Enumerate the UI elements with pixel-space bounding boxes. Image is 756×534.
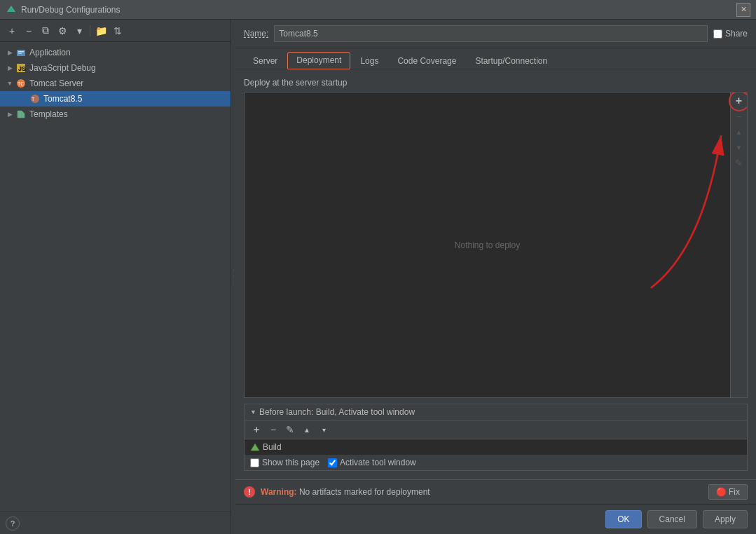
before-launch-edit-button[interactable]: ✎ — [282, 422, 298, 437]
settings-button[interactable]: ⚙ — [55, 23, 70, 39]
name-row: Name: Share — [235, 20, 756, 48]
arrow-icon: ▶ — [6, 48, 14, 57]
svg-rect-3 — [18, 51, 24, 53]
sort-button[interactable]: ⇅ — [110, 23, 125, 39]
show-page-checkbox[interactable] — [250, 458, 259, 467]
add-artifact-button[interactable]: + — [732, 94, 746, 108]
warning-prefix: Warning: — [261, 487, 297, 497]
tab-logs[interactable]: Logs — [351, 53, 387, 69]
before-launch-down-button[interactable]: ▾ — [316, 422, 331, 437]
templates-label: Templates — [29, 109, 68, 119]
tree-item-application[interactable]: ▶ Application — [0, 45, 231, 60]
warning-bar: ! Warning: No artifacts marked for deplo… — [235, 479, 756, 504]
before-launch-toolbar: + − ✎ ▲ ▾ — [245, 420, 747, 439]
tomcat-server-label: Tomcat Server — [29, 78, 83, 88]
before-launch-arrow-icon: ▼ — [250, 409, 256, 416]
before-launch-add-button[interactable]: + — [249, 422, 264, 437]
folder-button[interactable]: 📁 — [93, 23, 109, 39]
tree-item-tomcat-server[interactable]: ▼ TC Tomcat Server — [0, 76, 231, 91]
activate-tool-label: Activate tool window — [340, 458, 416, 467]
show-page-container: Show this page — [250, 458, 319, 467]
help-button[interactable]: ? — [6, 516, 20, 530]
before-launch-header[interactable]: ▼ Before launch: Build, Activate tool wi… — [245, 404, 747, 420]
arrow-icon: ▶ — [6, 64, 14, 72]
tomcat85-icon: T — [29, 93, 41, 104]
ok-button[interactable]: OK — [605, 510, 641, 528]
arrow-icon: ▶ — [6, 110, 14, 118]
empty-label: Nothing to deploy — [455, 240, 520, 250]
warning-icon: ! — [244, 486, 255, 498]
svg-text:JS: JS — [18, 65, 26, 72]
dialog-title: Run/Debug Configurations — [21, 5, 736, 15]
dropdown-arrow-button[interactable]: ▾ — [71, 23, 87, 39]
activate-tool-checkbox[interactable] — [328, 458, 337, 467]
add-config-button[interactable]: + — [4, 23, 20, 39]
name-label: Name: — [244, 29, 268, 39]
left-bottom-bar: ? — [0, 512, 231, 534]
js-debug-label: JavaScript Debug — [29, 63, 96, 73]
templates-icon — [15, 109, 27, 120]
tomcat85-label: Tomcat8.5 — [43, 94, 82, 104]
share-checkbox[interactable] — [713, 29, 722, 39]
tree-item-tomcat85[interactable]: T Tomcat8.5 — [0, 91, 231, 107]
deploy-label: Deploy at the server startup — [244, 78, 748, 88]
tomcat-icon: TC — [15, 78, 27, 89]
before-launch-up-button[interactable]: ▲ — [299, 422, 315, 437]
show-page-label: Show this page — [262, 458, 319, 467]
js-debug-icon: JS — [15, 62, 27, 74]
before-launch-items: Build — [245, 439, 747, 455]
tab-server[interactable]: Server — [244, 53, 287, 69]
build-icon — [250, 443, 260, 451]
tree-item-templates[interactable]: ▶ Templates — [0, 107, 231, 122]
tree-item-js-debug[interactable]: ▶ JS JavaScript Debug — [0, 60, 231, 76]
main-layout: + − ⧉ ⚙ ▾ 📁 ⇅ ▶ Application — [0, 20, 756, 534]
tab-deployment[interactable]: Deployment — [287, 52, 350, 69]
close-button[interactable]: ✕ — [736, 3, 750, 17]
toolbar-separator — [90, 25, 90, 36]
right-panel: Name: Share Server Deployment Logs Code … — [235, 20, 756, 534]
tab-startup-connection[interactable]: Startup/Connection — [466, 53, 556, 69]
share-label: Share — [725, 29, 748, 39]
fix-button[interactable]: 🔴 Fix — [708, 484, 748, 500]
activate-tool-container: Activate tool window — [328, 458, 416, 467]
no-arrow-icon — [20, 95, 28, 103]
move-up-button[interactable]: ▲ — [732, 125, 746, 139]
deploy-box: Nothing to deploy + − ▲ ▼ ✎ — [244, 92, 748, 398]
deploy-section: Deploy at the server startup Nothing to … — [244, 78, 748, 398]
remove-artifact-button[interactable]: − — [732, 109, 746, 123]
build-label: Build — [263, 442, 282, 452]
move-down-button[interactable]: ▼ — [732, 140, 746, 154]
deploy-sidebar: + − ▲ ▼ ✎ — [730, 93, 747, 397]
copy-config-button[interactable]: ⧉ — [38, 23, 53, 39]
application-label: Application — [29, 48, 71, 57]
svg-text:T: T — [32, 97, 35, 102]
build-item[interactable]: Build — [245, 439, 747, 455]
tabs-bar: Server Deployment Logs Code Coverage Sta… — [235, 48, 756, 69]
bottom-buttons: OK Cancel Apply — [235, 504, 756, 534]
svg-marker-12 — [251, 444, 259, 451]
cancel-button[interactable]: Cancel — [647, 510, 697, 528]
title-bar: Run/Debug Configurations ✕ — [0, 0, 756, 20]
tab-code-coverage[interactable]: Code Coverage — [388, 53, 465, 69]
content-area: Deploy at the server startup Nothing to … — [235, 69, 756, 479]
name-input[interactable] — [274, 25, 708, 42]
before-launch-remove-button[interactable]: − — [266, 422, 281, 437]
svg-text:TC: TC — [18, 81, 24, 86]
checkboxes-row: Show this page Activate tool window — [245, 455, 747, 470]
config-tree: ▶ Application ▶ JS — [0, 42, 231, 512]
remove-config-button[interactable]: − — [21, 23, 36, 39]
left-panel: + − ⧉ ⚙ ▾ 📁 ⇅ ▶ Application — [0, 20, 231, 534]
arrow-expanded-icon: ▼ — [6, 79, 14, 88]
warning-message: No artifacts marked for deployment — [299, 487, 430, 497]
deploy-box-wrapper: Nothing to deploy + − ▲ ▼ ✎ — [244, 92, 748, 398]
share-checkbox-container: Share — [713, 29, 748, 39]
edit-artifact-button[interactable]: ✎ — [732, 156, 746, 170]
deploy-list-empty: Nothing to deploy — [245, 93, 730, 397]
add-artifact-container: + — [732, 94, 746, 108]
apply-button[interactable]: Apply — [703, 510, 748, 528]
svg-rect-4 — [18, 53, 22, 55]
before-launch-section: ▼ Before launch: Build, Activate tool wi… — [244, 404, 748, 471]
warning-text: Warning: No artifacts marked for deploym… — [261, 487, 703, 497]
left-toolbar: + − ⧉ ⚙ ▾ 📁 ⇅ — [0, 20, 231, 42]
application-icon — [15, 47, 27, 58]
